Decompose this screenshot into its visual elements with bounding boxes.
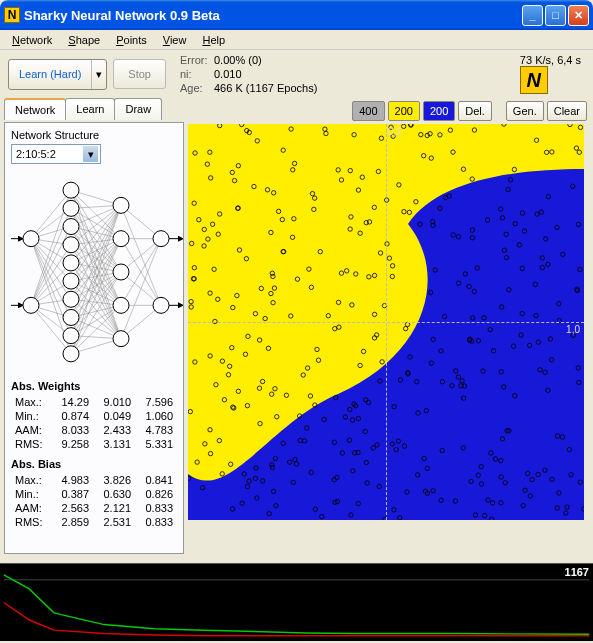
- svg-point-86: [63, 182, 79, 198]
- menu-view[interactable]: View: [157, 32, 193, 48]
- chevron-down-icon: ▾: [83, 146, 98, 162]
- toolbar: Learn (Hard) ▾ Stop Error:0.00% (0) ni:0…: [0, 50, 593, 98]
- learn-button[interactable]: Learn (Hard): [9, 60, 91, 89]
- weights-table: Max.:14.299.0107.596Min.:0.8740.0491.060…: [11, 394, 177, 452]
- plot-toolbar: 400 200 200 Del. Gen. Clear: [188, 98, 593, 124]
- svg-point-87: [63, 200, 79, 216]
- menu-help[interactable]: Help: [196, 32, 231, 48]
- stop-button[interactable]: Stop: [113, 59, 166, 89]
- delete-button[interactable]: Del.: [458, 101, 492, 121]
- minimize-button[interactable]: _: [522, 5, 543, 26]
- svg-point-99: [113, 297, 129, 313]
- svg-point-101: [153, 231, 169, 247]
- svg-point-100: [113, 331, 129, 347]
- menubar: Network Shape Points View Help: [0, 30, 593, 50]
- network-panel: Network Structure 2:10:5:2 ▾ Abs. Weight…: [4, 122, 184, 554]
- close-button[interactable]: ✕: [568, 5, 589, 26]
- structure-select[interactable]: 2:10:5:2 ▾: [11, 144, 101, 164]
- axis-label-right: 1,0: [566, 324, 580, 335]
- svg-point-96: [113, 197, 129, 213]
- structure-label: Network Structure: [11, 129, 177, 141]
- points-200-blue-button[interactable]: 200: [423, 101, 455, 121]
- clear-button[interactable]: Clear: [547, 101, 587, 121]
- app-icon: N: [4, 7, 20, 23]
- speed-readout: 73 K/s, 6,4 s: [520, 54, 585, 66]
- svg-point-97: [113, 231, 129, 247]
- svg-point-102: [153, 297, 169, 313]
- tab-learn[interactable]: Learn: [65, 98, 115, 120]
- svg-point-91: [63, 273, 79, 289]
- svg-point-98: [113, 264, 129, 280]
- svg-point-89: [63, 237, 79, 253]
- menu-points[interactable]: Points: [110, 32, 153, 48]
- svg-point-94: [63, 328, 79, 344]
- menu-network[interactable]: Network: [6, 32, 58, 48]
- classification-plot[interactable]: 0,1 1,0: [188, 124, 584, 520]
- svg-point-84: [23, 231, 39, 247]
- bias-title: Abs. Bias: [11, 458, 177, 470]
- svg-point-85: [23, 297, 39, 313]
- error-chart: 1167: [0, 563, 593, 641]
- logo-icon: N: [520, 66, 548, 94]
- training-stats: Error:0.00% (0) ni:0.010 Age:466 K (1167…: [172, 53, 514, 95]
- titlebar[interactable]: N Sharky Neural Network 0.9 Beta _ □ ✕: [0, 0, 593, 30]
- svg-line-50: [71, 205, 121, 299]
- axis-label-top: 0,1: [388, 126, 402, 137]
- points-400-button[interactable]: 400: [352, 101, 384, 121]
- svg-point-92: [63, 291, 79, 307]
- left-tabs: Network Learn Draw: [4, 98, 184, 120]
- tab-draw[interactable]: Draw: [114, 98, 162, 120]
- tab-network[interactable]: Network: [4, 98, 66, 120]
- svg-point-95: [63, 346, 79, 362]
- network-diagram: [11, 172, 183, 372]
- bias-table: Max.:4.9833.8260.841Min.:0.3870.6300.826…: [11, 472, 177, 530]
- svg-line-39: [71, 245, 121, 339]
- menu-shape[interactable]: Shape: [62, 32, 106, 48]
- generate-button[interactable]: Gen.: [506, 101, 544, 121]
- learn-dropdown[interactable]: ▾: [91, 60, 106, 89]
- svg-point-93: [63, 309, 79, 325]
- points-200-yellow-button[interactable]: 200: [388, 101, 420, 121]
- weights-title: Abs. Weights: [11, 380, 177, 392]
- svg-line-78: [121, 239, 161, 339]
- maximize-button[interactable]: □: [545, 5, 566, 26]
- window-title: Sharky Neural Network 0.9 Beta: [24, 8, 522, 23]
- epoch-count: 1167: [565, 566, 589, 578]
- y-axis: [386, 124, 387, 520]
- svg-point-88: [63, 219, 79, 235]
- svg-point-90: [63, 255, 79, 271]
